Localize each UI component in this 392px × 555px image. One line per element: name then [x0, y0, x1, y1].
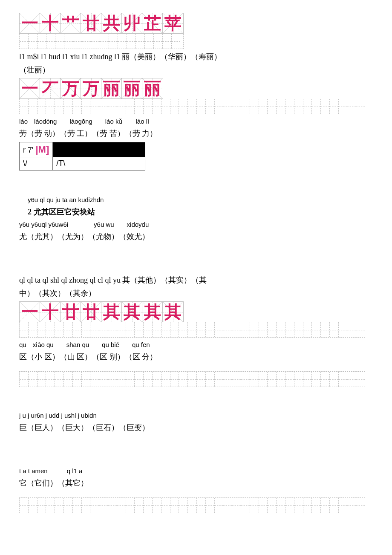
practice-cell	[206, 99, 215, 114]
practice-cell	[259, 498, 268, 513]
practice-cell	[339, 372, 348, 387]
practice-cell	[46, 34, 55, 49]
practice-cell	[303, 372, 312, 387]
practice-cell	[294, 498, 303, 513]
practice-cell	[100, 34, 109, 49]
practice-cell	[215, 372, 224, 387]
practice-cell	[161, 498, 170, 513]
practice-cell	[250, 99, 259, 114]
practice-cell	[347, 322, 356, 337]
practice-grid	[19, 99, 365, 114]
stroke-cell: 十	[40, 302, 61, 322]
practice-cell	[356, 322, 365, 337]
section-title-2: 2 尤其区巨它安块站	[28, 207, 373, 217]
practice-cell	[135, 99, 144, 114]
stroke-cells: 一十艹廿共丱芷苹	[19, 13, 184, 34]
practice-cell	[90, 372, 99, 387]
practice-cell	[330, 372, 339, 387]
practice-cell	[37, 498, 46, 513]
practice-cell	[188, 322, 197, 337]
odd-black-cell	[53, 142, 145, 157]
practice-cell	[108, 372, 117, 387]
practice-cell	[170, 498, 179, 513]
practice-cell	[108, 99, 117, 114]
practice-cell	[161, 322, 170, 337]
practice-grid-standalone	[19, 371, 365, 387]
practice-cell	[330, 322, 339, 337]
stroke-cell: 其	[163, 302, 183, 322]
stroke-cells: 一丆万万丽丽丽	[19, 78, 163, 99]
stroke-cell: 其	[122, 302, 142, 322]
text-you: 尤（尤其）（尤为）（尤物）（效尤）	[19, 231, 373, 242]
practice-cell	[294, 372, 303, 387]
practice-cell	[206, 322, 215, 337]
practice-cell	[268, 322, 277, 337]
stroke-order-row-2: 一丆万万丽丽丽	[19, 78, 373, 114]
practice-cell	[312, 498, 321, 513]
stroke-cell: 丽	[142, 78, 162, 98]
practice-cell	[223, 99, 232, 114]
practice-cell	[144, 498, 153, 513]
practice-cell	[312, 99, 321, 114]
stroke-cell: 廿	[61, 302, 81, 322]
practice-cell	[91, 34, 100, 49]
practice-cell	[64, 498, 73, 513]
practice-cell	[108, 322, 117, 337]
practice-cell	[268, 372, 277, 387]
practice-cell	[179, 498, 188, 513]
practice-cell	[170, 99, 179, 114]
practice-cell	[268, 498, 277, 513]
practice-cell	[73, 322, 82, 337]
practice-cell	[339, 99, 348, 114]
stroke-cell: 一	[20, 13, 40, 33]
practice-cell	[82, 99, 91, 114]
practice-cell	[161, 372, 170, 387]
stroke-cell: 丽	[101, 78, 122, 98]
practice-cell	[46, 99, 55, 114]
practice-cell	[268, 99, 277, 114]
practice-cell	[232, 99, 241, 114]
practice-cell	[46, 498, 55, 513]
practice-grid-standalone	[19, 497, 365, 513]
text-ta: 它（它们）（其它）	[19, 478, 373, 489]
practice-cell	[356, 372, 365, 387]
practice-cell	[90, 498, 99, 513]
practice-grid	[19, 34, 184, 49]
practice-cell	[145, 34, 154, 49]
practice-cell	[29, 372, 37, 387]
stroke-cell: 共	[101, 13, 122, 33]
pinyin-header-2: y6u ql qu ju ta an kudizhdn	[28, 195, 373, 204]
practice-cell	[82, 372, 91, 387]
practice-cell	[153, 498, 161, 513]
practice-cell	[127, 34, 136, 49]
practice-cell	[259, 99, 268, 114]
pinyin-you: y6u y6uql y6uw6i y6u wu xidoydu	[19, 220, 373, 229]
practice-cell	[179, 99, 188, 114]
practice-cell	[347, 372, 356, 387]
practice-cell	[197, 322, 206, 337]
practice-cell	[46, 372, 55, 387]
practice-cell	[109, 34, 118, 49]
practice-cell	[73, 99, 82, 114]
stroke-cell: 万	[61, 78, 81, 98]
practice-cell	[99, 322, 108, 337]
text-ju: 巨（巨人）（巨大）（巨石）（巨变）	[19, 422, 373, 433]
text-qu: 区（小 区）（山 区）（区 别）（区 分）	[19, 352, 373, 362]
practice-cell	[206, 498, 215, 513]
text-li-line1: l1 m$i l1 hud l1 xiu l1 zhudng l1 丽（美丽）（…	[19, 52, 373, 62]
stroke-cell: 一	[20, 302, 40, 322]
practice-cell	[188, 372, 197, 387]
practice-cell	[126, 322, 135, 337]
practice-cell	[312, 372, 321, 387]
stroke-cell: 苹	[163, 13, 183, 33]
stroke-order-row-1: 一十艹廿共丱芷苹	[19, 13, 373, 49]
practice-cell	[321, 322, 330, 337]
practice-cell	[294, 99, 303, 114]
text-li-line2: （壮丽）	[19, 65, 373, 75]
practice-cell	[55, 34, 64, 49]
practice-cell	[154, 34, 163, 49]
practice-cell	[250, 372, 259, 387]
pinyin-ta: t a t amen q l1 a	[19, 466, 373, 475]
practice-cell	[163, 34, 172, 49]
practice-cell	[82, 34, 91, 49]
